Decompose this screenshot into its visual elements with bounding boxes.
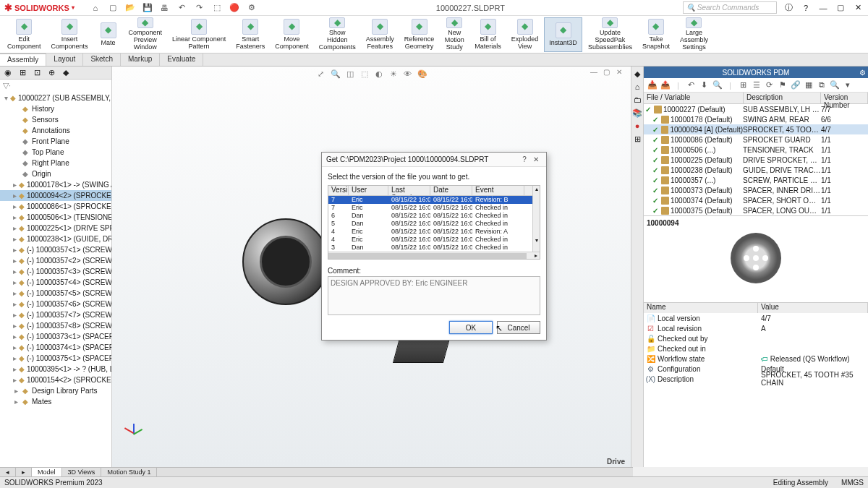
ok-button[interactable]: OK bbox=[449, 321, 493, 334]
version-table[interactable]: Versi... User Last Saved Date Date Event… bbox=[328, 185, 540, 260]
cancel-button[interactable]: Cancel bbox=[497, 321, 540, 334]
version-row[interactable]: 7Eric08/15/22 16:06...08/15/22 16:06...R… bbox=[328, 196, 532, 204]
dialog-instruction: Select the version of the file you want … bbox=[328, 173, 540, 181]
comment-box: DESIGN APPROVED BY: Eric ENGINEER bbox=[328, 276, 540, 315]
version-scrollbar[interactable]: ▴▾ bbox=[532, 186, 540, 252]
version-table-header: Versi... User Last Saved Date Date Event bbox=[328, 186, 532, 196]
comment-label: Comment: bbox=[328, 267, 540, 275]
version-row[interactable]: 4Eric08/15/22 16:02...08/15/22 16:02...C… bbox=[328, 236, 532, 244]
dialog-title-text: Get C:\PDM2023\Project 1000\10000094.SLD… bbox=[326, 155, 488, 163]
dialog-titlebar: Get C:\PDM2023\Project 1000\10000094.SLD… bbox=[322, 153, 546, 167]
get-version-dialog: Get C:\PDM2023\Project 1000\10000094.SLD… bbox=[321, 152, 547, 341]
version-row[interactable]: 4Eric08/15/22 16:02...08/15/22 16:02...R… bbox=[328, 228, 532, 236]
version-row[interactable]: 7Eric08/15/22 16:06...08/15/22 16:06...C… bbox=[328, 204, 532, 212]
version-row[interactable]: 6Dan08/15/22 16:03...08/15/22 16:05...Ch… bbox=[328, 212, 532, 220]
dialog-help-icon[interactable]: ? bbox=[519, 155, 530, 163]
dialog-close-icon[interactable]: ✕ bbox=[530, 155, 542, 163]
version-row[interactable]: 3Dan08/15/22 16:01...08/15/22 16:01...Ch… bbox=[328, 244, 532, 252]
version-row[interactable]: 5Dan08/15/22 16:03...08/15/22 16:05...Ch… bbox=[328, 220, 532, 228]
version-hscroll[interactable]: ▸ bbox=[328, 252, 540, 259]
dialog-overlay: Get C:\PDM2023\Project 1000\10000094.SLD… bbox=[0, 0, 868, 488]
